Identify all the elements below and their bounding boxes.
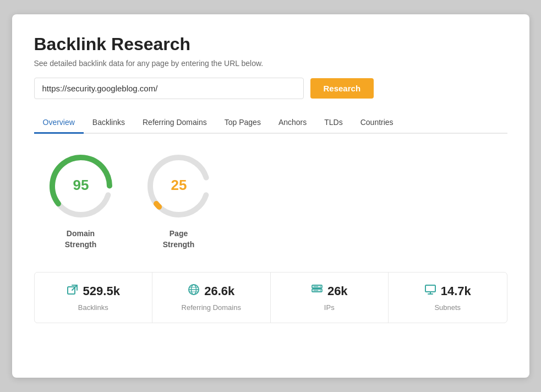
page-strength-svg: 25 [143,150,215,222]
tab-nav: Overview Backlinks Referring Domains Top… [34,112,507,134]
gauge-row: 95 Domain Strength 25 Page Strength [34,150,507,250]
stat-ips: 26k IPs [271,273,389,323]
domain-strength-value: 95 [73,177,89,193]
main-card: Backlink Research See detailed backlink … [12,14,529,378]
url-input[interactable] [34,78,304,99]
ips-label: IPs [324,303,335,312]
research-button[interactable]: Research [310,78,374,99]
page-title: Backlink Research [34,34,507,55]
external-link-icon [67,284,79,299]
stat-referring-domains: 26.6k Referring Domains [152,273,271,323]
domain-strength-gauge: 95 Domain Strength [45,150,117,250]
referring-domains-value: 26.6k [204,284,234,298]
stat-backlinks: 529.5k Backlinks [35,273,153,323]
backlinks-value: 529.5k [83,284,120,298]
subnets-value: 14.7k [441,284,471,298]
svg-rect-16 [425,285,435,292]
domain-strength-svg: 95 [45,150,117,222]
stats-grid: 529.5k Backlinks 26.6k Referring Domain [34,272,507,323]
tab-overview[interactable]: Overview [34,112,84,134]
page-strength-gauge: 25 Page Strength [143,150,215,250]
svg-point-12 [320,286,321,287]
globe-icon [188,284,200,299]
server-icon [311,284,323,299]
backlinks-label: Backlinks [78,303,108,312]
domain-strength-label: Domain Strength [65,228,97,250]
page-subtitle: See detailed backlink data for any page … [34,59,507,68]
search-row: Research [34,78,507,99]
tab-backlinks[interactable]: Backlinks [84,112,134,134]
svg-point-13 [320,290,321,291]
referring-domains-label: Referring Domains [182,303,241,312]
page-strength-value: 25 [171,177,187,193]
tab-top-pages[interactable]: Top Pages [216,112,270,134]
tab-tlds[interactable]: TLDs [315,112,351,134]
ips-value: 26k [327,284,348,298]
monitor-icon [424,284,436,299]
subnets-label: Subnets [434,303,461,312]
tab-countries[interactable]: Countries [352,112,402,134]
page-strength-label: Page Strength [163,228,195,250]
tab-referring-domains[interactable]: Referring Domains [134,112,216,134]
tab-anchors[interactable]: Anchors [270,112,315,134]
stat-subnets: 14.7k Subnets [389,273,507,323]
